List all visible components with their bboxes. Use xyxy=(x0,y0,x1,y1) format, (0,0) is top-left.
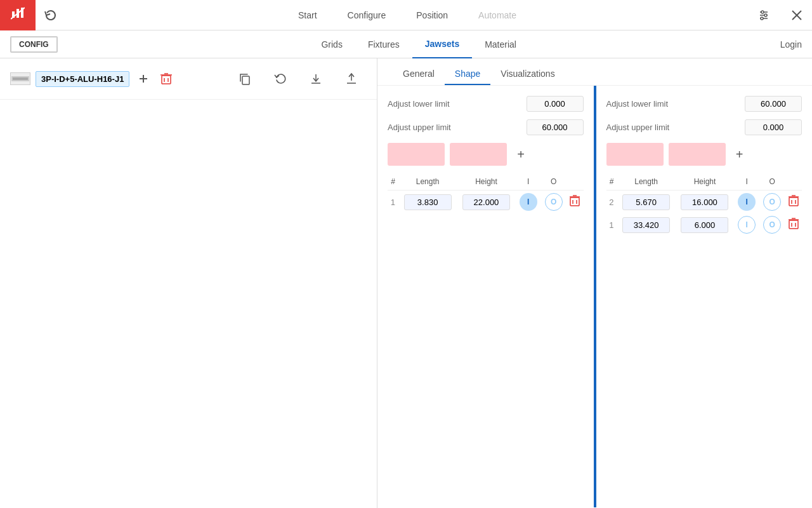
table-row: 1 I O xyxy=(606,213,802,236)
adjust-upper-limit-row-left: Adjust upper limit xyxy=(388,119,584,135)
copy-button[interactable] xyxy=(230,64,260,94)
svg-point-7 xyxy=(761,11,764,13)
login-button[interactable]: Login xyxy=(780,39,802,50)
config-tab-general[interactable]: General xyxy=(393,64,445,85)
add-row-plus-right[interactable]: + xyxy=(731,145,749,163)
row-num-right-1: 1 xyxy=(606,213,617,236)
col-header-i-right: I xyxy=(734,173,759,190)
col-header-height-right: Height xyxy=(676,173,734,190)
adjust-lower-limit-label-left: Adjust lower limit xyxy=(388,99,450,109)
settings-button[interactable] xyxy=(749,0,779,30)
adjust-lower-limit-row-right: Adjust lower limit xyxy=(606,96,802,112)
adjust-upper-limit-input-left[interactable] xyxy=(527,119,584,135)
col-header-i-left: I xyxy=(516,173,541,190)
adjust-lower-limit-input-left[interactable] xyxy=(527,96,584,112)
adjust-lower-limit-input-right[interactable] xyxy=(745,96,802,112)
svg-point-9 xyxy=(761,17,763,20)
pink-btn-2-right[interactable] xyxy=(669,143,726,166)
logo-area xyxy=(0,0,36,30)
config-tab-visualizations[interactable]: Visualizations xyxy=(490,64,565,85)
pink-btn-2-left[interactable] xyxy=(450,143,507,166)
length-input-right-2[interactable] xyxy=(622,194,670,210)
sub-bar: CONFIG Grids Fixtures Jawsets Material L… xyxy=(0,30,812,58)
add-row-right: + xyxy=(606,143,802,166)
row-num-right-2: 2 xyxy=(606,190,617,214)
nav-tab-automate: Automate xyxy=(463,0,532,30)
height-input-right-1[interactable] xyxy=(681,217,728,233)
nav-tab-configure[interactable]: Configure xyxy=(332,0,402,30)
sub-tabs: Grids Fixtures Jawsets Material xyxy=(58,30,780,58)
svg-rect-13 xyxy=(13,77,28,80)
delete-jawset-button[interactable] xyxy=(157,70,175,88)
col-header-height-left: Height xyxy=(457,173,515,190)
delete-row-right-1[interactable] xyxy=(789,218,799,232)
i-button-left-1[interactable]: I xyxy=(520,193,537,211)
col-header-length-left: Length xyxy=(398,173,457,190)
config-left-col: Adjust lower limit Adjust upper limit + … xyxy=(377,86,595,507)
table-row: 1 I O xyxy=(388,190,584,214)
adjust-upper-limit-label-right: Adjust upper limit xyxy=(606,123,670,132)
delete-row-left-1[interactable] xyxy=(570,195,580,209)
height-input-right-2[interactable] xyxy=(681,194,728,210)
sub-tab-material[interactable]: Material xyxy=(472,30,529,58)
svg-point-8 xyxy=(764,14,767,17)
i-button-right-1[interactable]: I xyxy=(738,216,756,234)
col-header-del-left xyxy=(566,173,584,190)
add-row-plus-left[interactable]: + xyxy=(512,145,530,163)
length-input-right-1[interactable] xyxy=(622,217,670,233)
nav-tabs: Start Configure Position Automate xyxy=(66,0,749,30)
config-tabs: General Shape Visualizations xyxy=(377,58,812,86)
main-content: 3P-I-D+5-ALU-H16-J1 xyxy=(0,58,812,508)
top-bar: Start Configure Position Automate xyxy=(0,0,812,30)
col-header-o-left: O xyxy=(541,173,566,190)
svg-rect-41 xyxy=(789,220,798,229)
adjust-upper-limit-label-left: Adjust upper limit xyxy=(388,123,451,132)
config-tab-shape[interactable]: Shape xyxy=(445,64,490,85)
pink-btn-1-left[interactable] xyxy=(388,143,445,166)
config-body: Adjust lower limit Adjust upper limit + … xyxy=(377,86,812,507)
col-header-num-left: # xyxy=(388,173,398,190)
toolbar-right xyxy=(749,0,812,30)
adjust-lower-limit-row-left: Adjust lower limit xyxy=(388,96,584,112)
nav-tab-position[interactable]: Position xyxy=(401,0,463,30)
sub-tab-jawsets[interactable]: Jawsets xyxy=(412,30,472,58)
add-row-left: + xyxy=(388,143,584,166)
i-button-right-2[interactable]: I xyxy=(738,193,756,211)
jawset-label-bar: 3P-I-D+5-ALU-H16-J1 xyxy=(0,58,377,100)
pink-btn-1-right[interactable] xyxy=(606,143,664,166)
svg-rect-21 xyxy=(242,76,249,84)
upload-actions xyxy=(230,64,367,94)
config-right-col: Adjust lower limit Adjust upper limit + … xyxy=(595,86,813,507)
upload-button[interactable] xyxy=(336,64,367,94)
adjust-lower-limit-label-right: Adjust lower limit xyxy=(606,99,669,109)
sub-tab-fixtures[interactable]: Fixtures xyxy=(355,30,412,58)
adjust-upper-limit-row-right: Adjust upper limit xyxy=(606,119,802,135)
jawset-actions xyxy=(134,70,175,88)
o-button-right-1[interactable]: O xyxy=(763,216,781,234)
jawset-name[interactable]: 3P-I-D+5-ALU-H16-J1 xyxy=(36,71,129,87)
data-table-left: # Length Height I O 1 I xyxy=(388,173,584,213)
svg-rect-16 xyxy=(162,76,171,84)
config-button[interactable]: CONFIG xyxy=(10,36,58,53)
close-button[interactable] xyxy=(782,0,812,30)
col-header-o-right: O xyxy=(759,173,785,190)
col-header-num-right: # xyxy=(606,173,617,190)
svg-rect-36 xyxy=(789,197,798,206)
adjust-upper-limit-input-right[interactable] xyxy=(745,119,802,135)
col-header-del-right xyxy=(785,173,802,190)
refresh-button[interactable] xyxy=(36,0,66,30)
length-input-left-1[interactable] xyxy=(404,194,452,210)
o-button-left-1[interactable]: O xyxy=(545,193,563,211)
jawset-icon xyxy=(10,72,30,85)
right-panel: General Shape Visualizations Adjust lowe… xyxy=(377,58,812,508)
logo-icon xyxy=(11,6,25,23)
left-panel: 3P-I-D+5-ALU-H16-J1 xyxy=(0,58,377,508)
add-jawset-button[interactable] xyxy=(134,70,152,88)
download-button[interactable] xyxy=(301,64,331,94)
o-button-right-2[interactable]: O xyxy=(763,193,781,211)
undo-button[interactable] xyxy=(265,64,296,94)
delete-row-right-2[interactable] xyxy=(789,195,799,209)
sub-tab-grids[interactable]: Grids xyxy=(308,30,355,58)
height-input-left-1[interactable] xyxy=(462,194,510,210)
nav-tab-start[interactable]: Start xyxy=(283,0,332,30)
